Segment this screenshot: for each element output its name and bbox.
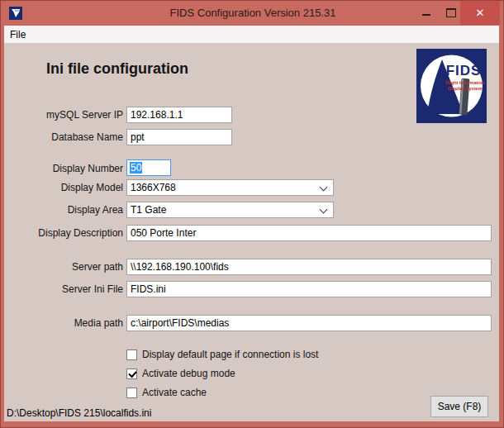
- close-button[interactable]: ✕: [460, 1, 500, 25]
- label-display-number: Display Number: [1, 163, 123, 174]
- save-button[interactable]: Save (F8): [430, 396, 488, 417]
- label-database-name: Database Name: [1, 131, 123, 143]
- close-icon: ✕: [476, 7, 485, 19]
- label-server-path: Server path: [1, 261, 123, 273]
- server-ini-file-input[interactable]: [126, 281, 492, 297]
- display-description-input[interactable]: [126, 225, 492, 241]
- database-name-input[interactable]: [126, 129, 232, 145]
- maximize-icon: [446, 8, 456, 17]
- media-path-input[interactable]: [126, 315, 492, 331]
- checkbox-row-debug-mode[interactable]: Activate debug mode: [126, 368, 235, 379]
- debug-mode-checkbox[interactable]: [126, 369, 137, 379]
- display-area-select[interactable]: T1 Gate: [126, 202, 334, 218]
- label-mysql-server-ip: mySQL Server IP: [1, 109, 123, 121]
- label-media-path: Media path: [1, 317, 123, 329]
- checkbox-row-cache[interactable]: Activate cache: [126, 387, 207, 398]
- default-page-checkbox[interactable]: [126, 350, 137, 360]
- default-page-checkbox-label[interactable]: Display default page if connection is lo…: [142, 349, 318, 360]
- label-display-area: Display Area: [1, 204, 123, 216]
- fids-logo: FIDS Flight Information Display System: [416, 49, 487, 123]
- display-model-select[interactable]: 1366X768: [126, 179, 334, 196]
- cache-checkbox[interactable]: [126, 388, 137, 398]
- maximize-button[interactable]: [441, 1, 461, 25]
- selected-text: 50: [130, 162, 142, 174]
- debug-mode-checkbox-label[interactable]: Activate debug mode: [142, 368, 235, 379]
- logo-subtitle-1: Flight Information: [445, 80, 485, 85]
- label-server-ini-file: Server Ini File: [1, 283, 123, 295]
- minimize-button[interactable]: [416, 1, 436, 25]
- mysql-server-ip-input[interactable]: [126, 107, 232, 123]
- cache-checkbox-label[interactable]: Activate cache: [142, 387, 207, 398]
- display-number-input[interactable]: 50: [126, 159, 171, 176]
- logo-subtitle-2: Display System: [448, 86, 482, 91]
- display-area-value: T1 Gate: [131, 204, 166, 216]
- display-model-value: 1366X768: [131, 182, 176, 193]
- title-bar: FIDS Configuration Version 215.31 ✕: [1, 1, 504, 26]
- server-path-input[interactable]: [126, 259, 492, 275]
- minimize-icon: [422, 14, 430, 16]
- menu-bar: File: [4, 26, 499, 43]
- logo-acronym: FIDS: [446, 63, 482, 78]
- chevron-down-icon: [320, 206, 328, 214]
- checkmark-icon: [128, 369, 136, 378]
- status-bar-path: D:\Desktop\FIDS 215\localfids.ini: [7, 407, 151, 419]
- menu-file[interactable]: File: [4, 26, 31, 43]
- page-title: Ini file configuration: [46, 60, 188, 78]
- label-display-model: Display Model: [1, 182, 123, 193]
- chevron-down-icon: [320, 183, 328, 192]
- checkbox-row-default-page[interactable]: Display default page if connection is lo…: [126, 349, 318, 360]
- app-window: FIDS Configuration Version 215.31 ✕ File…: [0, 0, 504, 428]
- label-display-description: Display Description: [1, 227, 123, 239]
